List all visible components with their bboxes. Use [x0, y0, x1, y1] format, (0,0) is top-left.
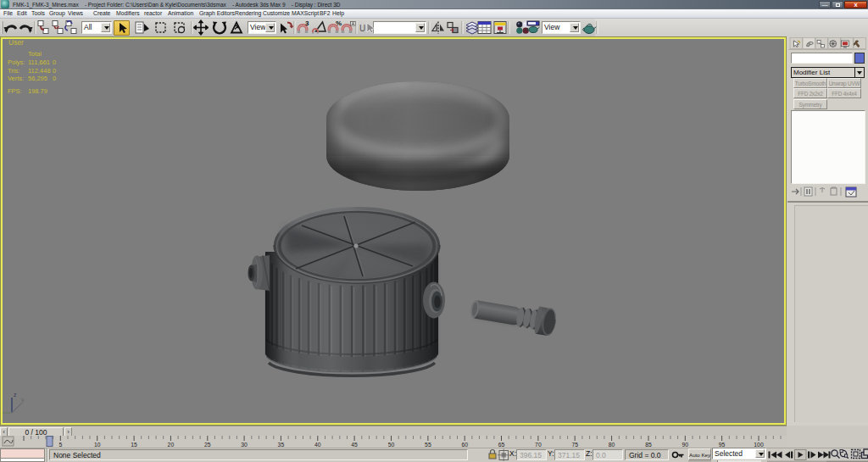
svg-text:15: 15 [131, 442, 137, 448]
svg-text:55: 55 [425, 442, 431, 448]
svg-text:0: 0 [53, 67, 56, 75]
svg-text:Total: Total [28, 50, 42, 58]
svg-text:50: 50 [388, 442, 395, 448]
svg-text:100: 100 [754, 442, 764, 448]
svg-text:User: User [8, 39, 24, 47]
svg-text:35: 35 [278, 442, 285, 448]
svg-text:90: 90 [682, 442, 689, 448]
svg-text:Tris:: Tris: [8, 67, 19, 75]
svg-text:y: y [21, 397, 25, 404]
svg-text:0: 0 [53, 75, 56, 82]
svg-text:95: 95 [719, 442, 726, 448]
svg-text:25: 25 [204, 442, 211, 448]
svg-text:70: 70 [535, 442, 542, 448]
svg-text:85: 85 [645, 442, 652, 448]
svg-text:0: 0 [53, 58, 56, 66]
svg-text:30: 30 [241, 442, 248, 448]
svg-text:75: 75 [571, 442, 578, 448]
svg-text:Polys:: Polys: [8, 58, 25, 66]
svg-text:Verts:: Verts: [8, 75, 24, 82]
svg-text:65: 65 [498, 442, 505, 448]
svg-text:FPS:: FPS: [8, 87, 22, 95]
svg-text:40: 40 [314, 442, 321, 448]
svg-text:U: U [359, 24, 365, 33]
svg-text:%: % [336, 19, 342, 27]
svg-text:112,448: 112,448 [28, 67, 51, 75]
svg-text:198.79: 198.79 [28, 87, 47, 95]
svg-text:10: 10 [94, 442, 101, 448]
svg-text:111,661: 111,661 [28, 58, 50, 66]
svg-text:60: 60 [461, 442, 468, 448]
svg-text:45: 45 [351, 442, 358, 448]
svg-text:z: z [14, 392, 17, 398]
svg-text:80: 80 [609, 442, 615, 448]
svg-text:3: 3 [305, 19, 309, 27]
svg-text:56,295: 56,295 [28, 75, 47, 82]
svg-text:5: 5 [58, 442, 62, 448]
svg-text:20: 20 [168, 442, 175, 448]
